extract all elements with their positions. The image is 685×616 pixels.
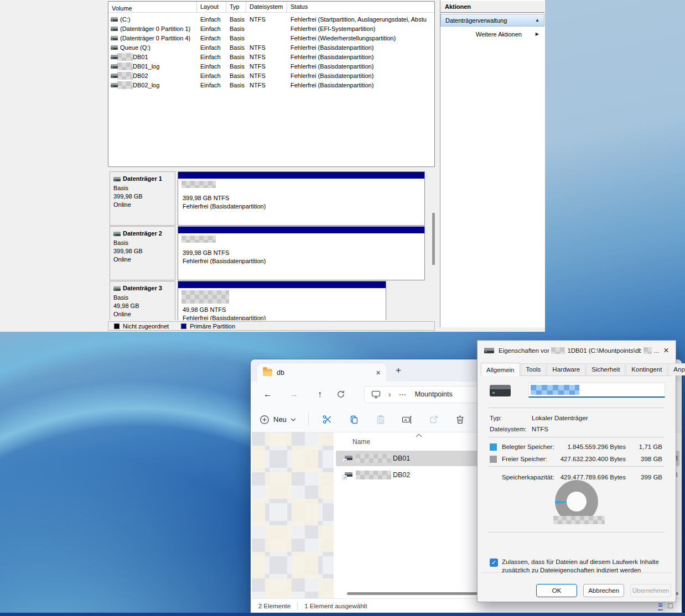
dialog-title-bar: Eigenschaften von 1DB01 (C:\Mountpoints\… bbox=[478, 341, 676, 361]
this-pc-icon[interactable] bbox=[371, 390, 381, 399]
disk-icon bbox=[111, 55, 118, 59]
rename-button[interactable]: A bbox=[394, 415, 421, 425]
volume-typ: Basis bbox=[226, 35, 246, 41]
tab-allgemein[interactable]: Allgemein bbox=[481, 363, 520, 376]
volume-row[interactable]: (Datenträger 0 Partition 4) Einfach Basi… bbox=[108, 33, 434, 43]
volume-name: DB01_log bbox=[133, 63, 159, 70]
free-space-bytes: 427.632.230.400 Bytes bbox=[561, 456, 626, 462]
expand-icon[interactable]: ▶ bbox=[536, 32, 539, 36]
volume-status: Fehlerfrei (Basisdatenpartition) bbox=[287, 82, 434, 88]
taskbar-edge[interactable] bbox=[0, 613, 685, 616]
disk-icon bbox=[111, 74, 118, 78]
disk-2-label[interactable]: Datenträger 2 Basis 399,98 GB Online bbox=[110, 226, 175, 280]
up-button[interactable]: ↑ bbox=[310, 389, 329, 399]
volume-row[interactable]: (C:) Einfach Basis NTFS Fehlerfrei (Star… bbox=[108, 14, 434, 24]
forward-button[interactable]: → bbox=[284, 389, 303, 399]
column-header-layout[interactable]: Layout bbox=[197, 2, 226, 13]
tab-hardware[interactable]: Hardware bbox=[547, 363, 585, 375]
new-button[interactable]: Neu bbox=[251, 415, 303, 425]
volume-row[interactable]: Queue (Q:) Einfach Basis NTFS Fehlerfrei… bbox=[108, 43, 434, 52]
cut-button[interactable] bbox=[314, 414, 341, 425]
volume-row[interactable]: (Datenträger 0 Partition 1) Einfach Basi… bbox=[108, 24, 434, 33]
selected-count: 1 Element ausgewählt bbox=[304, 603, 367, 609]
used-space-swatch bbox=[490, 443, 497, 451]
disk-state: Online bbox=[113, 201, 173, 209]
scrollbar-thumb[interactable] bbox=[432, 213, 435, 265]
back-button[interactable]: ← bbox=[258, 389, 277, 399]
volume-row[interactable]: DB01 Einfach Basis NTFS Fehlerfrei (Basi… bbox=[108, 52, 434, 61]
used-space-size: 1,71 GB bbox=[639, 443, 662, 450]
column-header-name[interactable]: Name bbox=[352, 438, 370, 446]
redacted-partition-name bbox=[181, 236, 216, 243]
copy-button[interactable] bbox=[341, 415, 367, 425]
details-view-icon[interactable]: ≡ bbox=[658, 601, 662, 610]
disk-1-partition[interactable]: 399,98 GB NTFS Fehlerfrei (Basisdatenpar… bbox=[178, 171, 425, 226]
volume-typ: Basis bbox=[226, 44, 246, 51]
volume-label-input[interactable] bbox=[528, 383, 665, 398]
disk-size: 399,98 GB bbox=[113, 247, 173, 255]
disk-name: Datenträger 1 bbox=[123, 175, 162, 183]
volume-row[interactable]: DB02_log Einfach Basis NTFS Fehlerfrei (… bbox=[108, 80, 434, 90]
refresh-button[interactable] bbox=[336, 390, 355, 399]
column-header-dateisystem[interactable]: Dateisystem bbox=[246, 2, 287, 13]
index-contents-checkbox[interactable]: ✓ bbox=[490, 558, 498, 567]
volume-row[interactable]: DB01_log Einfach Basis NTFS Fehlerfrei (… bbox=[108, 61, 434, 71]
delete-button[interactable] bbox=[447, 415, 474, 425]
drive-shortcut-icon: ↗ bbox=[342, 455, 352, 463]
redacted-text bbox=[117, 81, 133, 89]
disk-1-label[interactable]: Datenträger 1 Basis 399,98 GB Online bbox=[110, 171, 175, 226]
volume-typ: Basis bbox=[226, 82, 246, 88]
redacted-text bbox=[117, 72, 133, 80]
legend-label: Primäre Partition bbox=[190, 323, 235, 330]
chevron-down-icon bbox=[290, 418, 296, 421]
actions-item-label: Datenträgerverwaltung bbox=[445, 17, 507, 24]
tiles-view-icon[interactable]: □ bbox=[668, 601, 673, 610]
navigation-pane-redacted[interactable] bbox=[252, 432, 334, 598]
actions-header: Aktionen bbox=[440, 1, 544, 13]
actions-item-weitere-aktionen[interactable]: Weitere Aktionen ▶ bbox=[440, 28, 544, 40]
volume-fs: NTFS bbox=[246, 16, 287, 23]
collapsed-path-icon[interactable]: ⋯ bbox=[399, 390, 407, 399]
separator bbox=[489, 532, 665, 533]
disk-icon bbox=[113, 232, 121, 236]
paste-button[interactable] bbox=[367, 415, 394, 425]
dialog-title-ellipsis: ... bbox=[654, 347, 659, 354]
disk-2-partition[interactable]: 399,98 GB NTFS Fehlerfrei (Basisdatenpar… bbox=[178, 226, 425, 280]
tab-kontingent[interactable]: Kontingent bbox=[626, 363, 667, 375]
scrollbar-vertical[interactable] bbox=[430, 169, 437, 320]
capacity-size: 399 GB bbox=[641, 474, 662, 481]
ok-button[interactable]: OK bbox=[536, 584, 577, 597]
explorer-tab-db[interactable]: db × bbox=[257, 363, 386, 382]
disk-3-label[interactable]: Datenträger 3 Basis 49,98 GB Online bbox=[110, 281, 175, 320]
used-space-label: Belegter Speicher: bbox=[502, 443, 554, 450]
actions-item-datentraegerverwaltung[interactable]: Datenträgerverwaltung ▲ bbox=[440, 14, 544, 27]
dialog-title-prefix: Eigenschaften von bbox=[499, 347, 549, 354]
column-header-typ[interactable]: Typ bbox=[226, 2, 246, 13]
tab-anpassen[interactable]: Anpassen bbox=[668, 363, 685, 375]
disk-name: Datenträger 2 bbox=[123, 229, 162, 238]
disk-type: Basis bbox=[113, 184, 173, 192]
disk-management-main-pane: Volume Layout Typ Dateisystem Status (C:… bbox=[107, 0, 439, 332]
column-header-volume[interactable]: Volume bbox=[108, 2, 197, 13]
redacted-partition-name bbox=[181, 290, 229, 304]
sort-ascending-icon[interactable] bbox=[416, 434, 422, 437]
volume-row[interactable]: DB02 Einfach Basis NTFS Fehlerfrei (Basi… bbox=[108, 71, 434, 80]
close-tab-icon[interactable]: × bbox=[376, 368, 381, 377]
cancel-button[interactable]: Abbrechen bbox=[583, 584, 624, 597]
new-tab-button[interactable]: + bbox=[396, 365, 401, 376]
disk-icon bbox=[113, 177, 121, 181]
filesystem-value: NTFS bbox=[532, 426, 548, 432]
close-dialog-icon[interactable]: × bbox=[663, 345, 669, 356]
disk-3-partition[interactable]: 49,98 GB NTFS Fehlerfrei (Basisdatenpart… bbox=[178, 281, 386, 320]
volume-name: DB01 bbox=[133, 54, 148, 60]
selected-text-redacted bbox=[531, 385, 579, 395]
capacity-label: Speicherkapazität: bbox=[502, 474, 554, 481]
tab-sicherheit[interactable]: Sicherheit bbox=[586, 363, 625, 375]
share-button[interactable] bbox=[421, 415, 447, 425]
disk-icon bbox=[111, 45, 118, 50]
collapse-icon[interactable]: ▲ bbox=[535, 18, 539, 23]
column-header-status[interactable]: Status bbox=[287, 2, 434, 13]
breadcrumb-mountpoints[interactable]: Mountpoints bbox=[415, 390, 453, 398]
tab-tools[interactable]: Tools bbox=[521, 363, 547, 375]
apply-button[interactable]: Übernehmen bbox=[630, 584, 671, 597]
